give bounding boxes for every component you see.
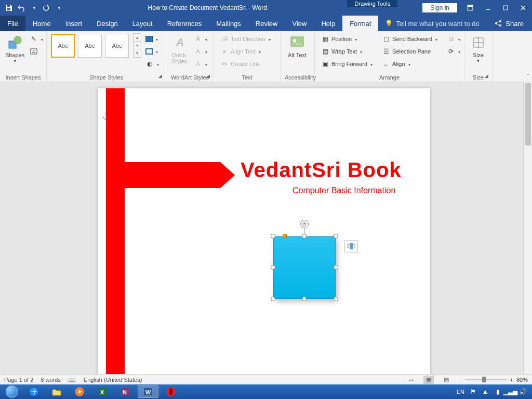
spellcheck-icon[interactable]: 📖 [68, 376, 76, 384]
tray-flag-icon[interactable]: ⚑ [469, 388, 477, 396]
start-button[interactable] [2, 384, 22, 399]
zoom-slider-thumb[interactable] [482, 377, 486, 382]
tray-volume-icon[interactable]: 🔊 [518, 388, 527, 396]
rotate-handle[interactable]: ⟳ [300, 220, 309, 228]
position-icon: ▦ [321, 35, 329, 43]
resize-handle-ne[interactable] [334, 234, 338, 238]
shape-style-1[interactable]: Abc [51, 34, 75, 58]
qat-customize[interactable] [53, 2, 64, 14]
tab-file[interactable]: File [0, 16, 25, 31]
selection-pane-button[interactable]: ☰Selection Pane [380, 46, 440, 57]
share-button[interactable]: Share [486, 16, 532, 31]
document-page[interactable]: ⚓ VedantSri Book Computer Basic Informat… [98, 88, 430, 374]
print-layout-icon[interactable]: ▦ [423, 376, 434, 384]
tab-insert[interactable]: Insert [58, 16, 90, 31]
tray-battery-icon[interactable]: ▮ [494, 388, 502, 396]
resize-handle-se[interactable] [334, 297, 338, 301]
shape-effects-button[interactable]: ◐ [143, 58, 161, 70]
tab-design[interactable]: Design [89, 16, 125, 31]
undo-dropdown[interactable] [28, 2, 39, 14]
shape-style-more[interactable]: ▴▾▾ [133, 33, 141, 58]
red-arrow-shape[interactable] [106, 162, 220, 188]
tab-mailings[interactable]: Mailings [209, 16, 248, 31]
shape-style-gallery[interactable]: Abc Abc Abc ▴▾▾ [51, 33, 141, 58]
tab-home[interactable]: Home [25, 16, 58, 31]
shape-style-3[interactable]: Abc [105, 34, 129, 58]
size-launcher[interactable]: ◢ [483, 72, 490, 79]
svg-rect-5 [503, 6, 508, 10]
size-button[interactable]: Size ▼ [469, 33, 488, 64]
adjustment-handle[interactable] [283, 234, 287, 238]
tab-format[interactable]: Format [342, 16, 378, 31]
tab-layout[interactable]: Layout [125, 16, 160, 31]
position-button[interactable]: ▦Position [319, 33, 375, 45]
shape-styles-launcher[interactable]: ◢ [156, 72, 164, 79]
zoom-slider[interactable] [466, 379, 507, 380]
draw-text-box-button[interactable]: A [28, 46, 45, 57]
taskbar-media[interactable] [69, 385, 90, 398]
tab-help[interactable]: Help [314, 16, 342, 31]
page-subtitle[interactable]: Computer Basic Information [292, 186, 395, 195]
page-title[interactable]: VedantSri Book [241, 158, 402, 182]
taskbar-explorer[interactable] [46, 385, 67, 398]
language-indicator[interactable]: English (United States) [84, 377, 142, 383]
selected-shape[interactable]: ⟳ [273, 236, 336, 299]
close-icon[interactable] [514, 0, 532, 16]
shape-style-2[interactable]: Abc [78, 34, 102, 58]
wrap-text-button[interactable]: ▤Wrap Text [319, 46, 375, 57]
tab-references[interactable]: References [160, 16, 209, 31]
ribbon-display-options-icon[interactable] [461, 0, 479, 16]
group-icon: ⧉ [447, 35, 455, 43]
tell-me-placeholder: Tell me what you want to do [396, 20, 479, 28]
bring-forward-button[interactable]: ▣Bring Forward [319, 58, 375, 70]
resize-handle-nw[interactable] [271, 234, 275, 238]
layout-options-icon [347, 243, 356, 250]
align-button[interactable]: ⫠Align [380, 58, 440, 70]
resize-handle-e[interactable] [334, 265, 338, 270]
web-layout-icon[interactable]: ▤ [441, 376, 451, 384]
vertical-scrollbar[interactable] [523, 82, 532, 374]
shape-outline-button[interactable] [143, 46, 161, 57]
sign-in-button[interactable]: Sign in [422, 3, 457, 12]
zoom-out-button[interactable]: − [459, 377, 462, 383]
tray-network-icon[interactable]: ▁▃▅ [506, 388, 514, 396]
undo-icon[interactable] [16, 2, 27, 14]
redo-icon[interactable] [41, 2, 52, 14]
rotate-button[interactable]: ⟳ [445, 46, 462, 57]
read-mode-icon[interactable]: ▭ [406, 376, 416, 384]
collapse-ribbon-icon[interactable]: ˆ [527, 74, 529, 79]
group-objects-button: ⧉ [445, 33, 462, 45]
tray-chevron-icon[interactable]: ▲ [481, 388, 489, 396]
taskbar-excel[interactable]: X [92, 385, 113, 398]
resize-handle-w[interactable] [271, 265, 275, 270]
edit-shape-button[interactable]: ✎ [28, 33, 45, 45]
resize-handle-n[interactable] [302, 234, 307, 238]
send-backward-button[interactable]: ▢Send Backward [380, 33, 440, 45]
blue-rounded-rectangle[interactable] [273, 236, 336, 299]
resize-handle-s[interactable] [302, 297, 307, 301]
minimize-icon[interactable] [479, 0, 497, 16]
page-indicator[interactable]: Page 1 of 2 [4, 377, 33, 383]
taskbar-ie[interactable] [23, 385, 44, 398]
maximize-icon[interactable] [497, 0, 514, 16]
scrollbar-thumb[interactable] [525, 83, 531, 145]
taskbar-word[interactable]: W [138, 385, 158, 398]
save-icon[interactable] [3, 2, 15, 14]
tab-review[interactable]: Review [248, 16, 285, 31]
red-vertical-bar[interactable] [106, 88, 125, 374]
resize-handle-sw[interactable] [271, 297, 275, 301]
wordart-launcher[interactable]: ◢ [204, 72, 211, 79]
tab-view[interactable]: View [285, 16, 314, 31]
edit-shape-icon: ✎ [30, 35, 38, 43]
word-count[interactable]: 8 words [41, 377, 61, 383]
tray-language[interactable]: EN [457, 389, 464, 395]
zoom-in-button[interactable]: + [510, 377, 513, 383]
taskbar-opera[interactable] [161, 385, 181, 398]
tell-me-search[interactable]: 💡 Tell me what you want to do [378, 16, 485, 31]
alt-text-button[interactable]: Alt Text [285, 33, 310, 59]
zoom-percent[interactable]: 80% [516, 377, 528, 383]
taskbar-onenote[interactable]: N [115, 385, 136, 398]
shapes-gallery-button[interactable]: Shapes ▼ [4, 33, 25, 64]
layout-options-button[interactable] [344, 240, 358, 252]
shape-fill-button[interactable] [143, 33, 161, 45]
